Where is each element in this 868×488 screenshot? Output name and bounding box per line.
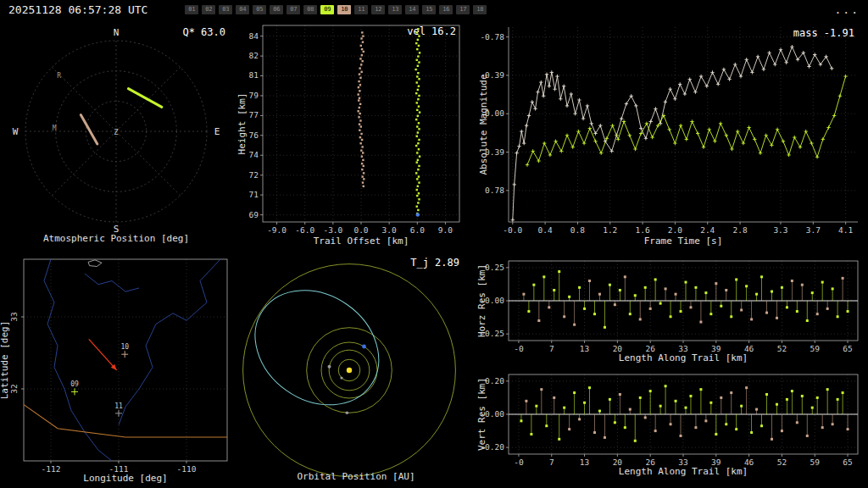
svg-text:-110: -110: [177, 464, 197, 474]
vertical-residuals-chart: -071320263339465259650.20-0.00-0.20Lengt…: [475, 371, 868, 488]
utc-timestamp: 20251128 06:57:28 UTC: [8, 3, 147, 16]
svg-text:-0.0: -0.0: [503, 225, 522, 235]
station-toggle-06[interactable]: 06: [270, 5, 283, 14]
atmospheric-position-polar-chart: NSEWZRMQ* 63.0Atmospheric Position [deg]: [0, 19, 237, 254]
svg-text:2.0: 2.0: [668, 225, 682, 235]
svg-text:Q* 63.0: Q* 63.0: [182, 26, 225, 38]
svg-text:65: 65: [843, 344, 852, 353]
svg-text:69: 69: [249, 210, 259, 219]
svg-text:Absolute Magnitude: Absolute Magnitude: [478, 74, 489, 175]
svg-text:Height [km]: Height [km]: [237, 93, 248, 155]
station-toggle-08[interactable]: 08: [303, 5, 317, 14]
svg-text:7: 7: [549, 458, 554, 467]
svg-text:09: 09: [70, 380, 79, 388]
station-toggle-04[interactable]: 04: [236, 5, 249, 14]
svg-text:59: 59: [810, 458, 821, 467]
panel-residuals: -071320263339465259650.25-0.00-0.25Lengt…: [475, 254, 868, 488]
svg-text:vel 16.2: vel 16.2: [407, 25, 456, 37]
ground-track-map: -112-111-1103332Longitude [deg]Latitude …: [0, 254, 237, 488]
station-toggle-list: 010203040506070809101112131415161718: [185, 5, 490, 14]
svg-text:M: M: [53, 125, 57, 132]
svg-text:81: 81: [249, 70, 259, 80]
svg-text:0.20: 0.20: [485, 376, 504, 385]
horizontal-residuals-chart: -071320263339465259650.25-0.00-0.25Lengt…: [475, 254, 868, 371]
station-toggle-10[interactable]: 10: [337, 5, 351, 14]
overflow-menu-button[interactable]: ...: [835, 3, 860, 16]
station-toggle-12[interactable]: 12: [371, 5, 385, 14]
panel-ground-map: -112-111-1103332Longitude [deg]Latitude …: [0, 254, 237, 488]
svg-text:82: 82: [249, 51, 259, 60]
titlebar: 20251128 06:57:28 UTC 010203040506070809…: [0, 0, 868, 19]
svg-text:71: 71: [249, 190, 259, 199]
station-toggle-01[interactable]: 01: [185, 5, 198, 14]
panel-trail-offset: -9.0-6.0-3.00.03.06.09.08482817977767472…: [237, 19, 475, 254]
svg-text:-0: -0: [514, 458, 524, 467]
svg-text:0.25: 0.25: [485, 263, 504, 272]
svg-text:Frame Time [s]: Frame Time [s]: [644, 236, 723, 247]
svg-text:52: 52: [777, 458, 787, 467]
station-toggle-07[interactable]: 07: [287, 5, 300, 14]
svg-text:Horz Res [km]: Horz Res [km]: [476, 264, 487, 337]
svg-text:13: 13: [580, 458, 589, 467]
station-toggle-14[interactable]: 14: [405, 5, 419, 14]
station-toggle-17[interactable]: 17: [456, 5, 470, 14]
svg-text:mass -1.91: mass -1.91: [793, 27, 854, 39]
station-toggle-03[interactable]: 03: [219, 5, 232, 14]
orbit-diagram: T_j 2.89Orbital Position [AU]: [237, 254, 475, 488]
station-toggle-16[interactable]: 16: [439, 5, 453, 14]
svg-text:6.0: 6.0: [410, 225, 425, 235]
svg-text:4.1: 4.1: [838, 225, 853, 235]
station-toggle-13[interactable]: 13: [388, 5, 402, 14]
station-toggle-09[interactable]: 09: [320, 5, 334, 14]
svg-text:-112: -112: [42, 464, 61, 474]
station-toggle-15[interactable]: 15: [422, 5, 436, 14]
svg-text:Longitude [deg]: Longitude [deg]: [83, 473, 167, 484]
svg-text:0.8: 0.8: [570, 225, 585, 235]
svg-text:T_j 2.89: T_j 2.89: [410, 257, 459, 269]
svg-text:3.3: 3.3: [773, 225, 787, 235]
svg-text:R: R: [57, 72, 61, 80]
svg-text:72: 72: [249, 170, 259, 180]
station-toggle-18[interactable]: 18: [473, 5, 487, 14]
panel-orbital-position: T_j 2.89Orbital Position [AU]: [237, 254, 475, 488]
svg-text:77: 77: [249, 110, 259, 119]
svg-text:52: 52: [777, 344, 787, 353]
svg-text:0.0: 0.0: [353, 225, 368, 235]
svg-text:0.78: 0.78: [485, 186, 504, 195]
svg-text:1.6: 1.6: [636, 225, 650, 235]
svg-text:9.0: 9.0: [438, 225, 453, 235]
svg-text:Length Along Trail [km]: Length Along Trail [km]: [619, 352, 748, 363]
svg-text:-6.0: -6.0: [295, 225, 314, 235]
svg-text:84: 84: [249, 31, 259, 41]
station-toggle-05[interactable]: 05: [253, 5, 266, 14]
panel-absolute-magnitude: -0.00.40.81.21.62.02.42.83.33.74.1-0.78-…: [475, 19, 868, 254]
svg-text:3.0: 3.0: [382, 225, 397, 235]
svg-text:13: 13: [580, 344, 589, 353]
svg-text:W: W: [13, 126, 19, 137]
magnitude-line-chart: -0.00.40.81.21.62.02.42.83.33.74.1-0.78-…: [475, 19, 868, 254]
trail-offset-scatter-chart: -9.0-6.0-3.00.03.06.09.08482817977767472…: [237, 19, 475, 254]
svg-text:Z: Z: [114, 128, 119, 136]
svg-text:Atmospheric Position [deg]: Atmospheric Position [deg]: [43, 233, 189, 244]
svg-text:-0: -0: [514, 344, 524, 353]
svg-text:-0.78: -0.78: [480, 32, 504, 42]
svg-text:-3.0: -3.0: [323, 225, 342, 235]
svg-text:59: 59: [810, 344, 821, 353]
svg-text:65: 65: [843, 458, 852, 467]
svg-text:2.8: 2.8: [732, 225, 747, 235]
svg-text:76: 76: [249, 130, 259, 140]
svg-text:7: 7: [549, 344, 554, 353]
svg-text:3.7: 3.7: [806, 225, 821, 235]
svg-text:-9.0: -9.0: [267, 225, 287, 235]
svg-text:33: 33: [9, 312, 19, 321]
svg-text:Trail Offset [km]: Trail Offset [km]: [314, 236, 409, 247]
svg-text:Length Along Trail [km]: Length Along Trail [km]: [619, 466, 748, 477]
svg-text:0.4: 0.4: [538, 225, 553, 235]
svg-text:N: N: [114, 27, 120, 38]
panel-atmospheric-position: NSEWZRMQ* 63.0Atmospheric Position [deg]: [0, 19, 237, 254]
svg-text:Latitude [deg]: Latitude [deg]: [0, 321, 10, 400]
station-toggle-02[interactable]: 02: [202, 5, 215, 14]
svg-text:Vert Res [km]: Vert Res [km]: [476, 378, 487, 451]
svg-text:32: 32: [9, 384, 19, 393]
station-toggle-11[interactable]: 11: [354, 5, 368, 14]
